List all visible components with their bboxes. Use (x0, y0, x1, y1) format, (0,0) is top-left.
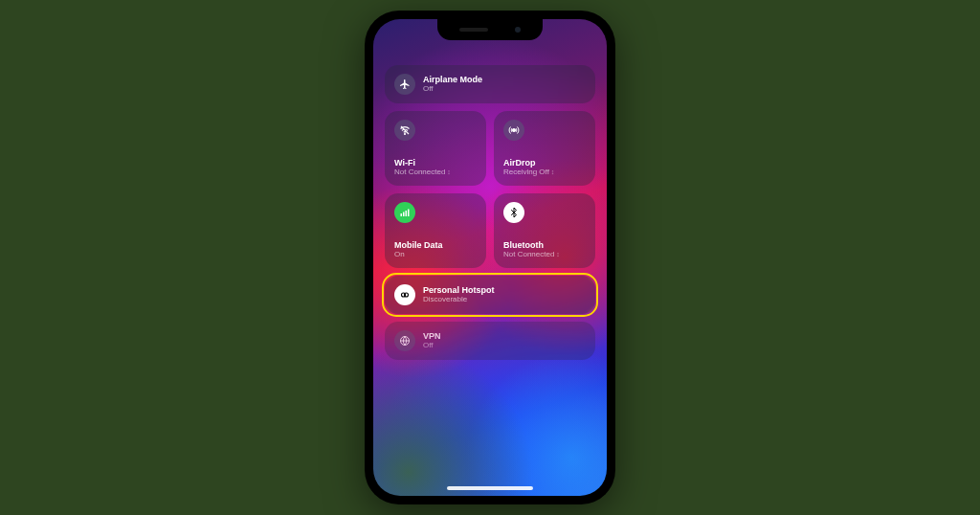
bluetooth-tile[interactable]: Bluetooth Not Connected (494, 193, 595, 268)
phone-frame: Airplane Mode Off Wi-Fi Not Connected (365, 11, 615, 504)
home-indicator[interactable] (447, 486, 533, 490)
cellular-label: Mobile Data (394, 241, 477, 251)
airdrop-tile[interactable]: AirDrop Receiving Off (494, 111, 595, 186)
bluetooth-status: Not Connected (503, 251, 586, 259)
wifi-status: Not Connected (394, 168, 477, 177)
svg-point-0 (405, 134, 406, 135)
svg-rect-4 (403, 213, 405, 217)
notch (437, 19, 543, 40)
airplane-icon (394, 74, 415, 95)
hotspot-status: Discoverable (423, 296, 495, 304)
phone-screen: Airplane Mode Off Wi-Fi Not Connected (373, 19, 607, 496)
row-cellular-bluetooth: Mobile Data On Bluetooth Not Connected (385, 193, 595, 268)
page-background: Airplane Mode Off Wi-Fi Not Connected (0, 0, 980, 515)
vpn-status: Off (423, 342, 441, 350)
airplane-status: Off (423, 85, 482, 94)
hotspot-highlight: Personal Hotspot Discoverable (382, 273, 598, 317)
bluetooth-icon (503, 202, 524, 223)
svg-point-2 (513, 129, 516, 132)
svg-rect-5 (406, 211, 408, 216)
airplane-mode-tile[interactable]: Airplane Mode Off (385, 65, 595, 103)
vpn-tile[interactable]: VPN Off (385, 322, 595, 360)
airdrop-status: Receiving Off (503, 168, 586, 177)
speaker-grille (459, 28, 488, 32)
svg-rect-3 (401, 213, 403, 216)
wifi-tile[interactable]: Wi-Fi Not Connected (385, 111, 486, 186)
cellular-tile[interactable]: Mobile Data On (385, 193, 486, 268)
control-center-connectivity: Airplane Mode Off Wi-Fi Not Connected (373, 19, 607, 496)
cellular-icon (394, 202, 415, 223)
vpn-icon (394, 330, 415, 351)
hotspot-icon (394, 284, 415, 305)
svg-rect-6 (408, 210, 410, 217)
row-wifi-airdrop: Wi-Fi Not Connected AirDrop Receiving Of… (385, 111, 595, 186)
front-camera (515, 27, 521, 33)
wifi-icon (394, 120, 415, 141)
hotspot-tile[interactable]: Personal Hotspot Discoverable (385, 276, 595, 314)
airdrop-icon (503, 120, 524, 141)
cellular-status: On (394, 251, 477, 259)
